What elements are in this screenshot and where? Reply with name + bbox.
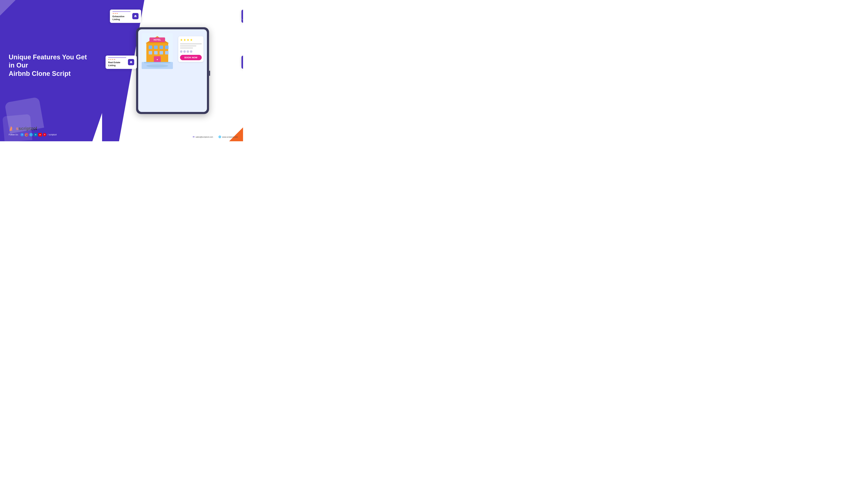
card-stars-4: ★ ★ ★ ★	[108, 59, 126, 60]
feature-card-real-estate: ★ ★ ★ ★ Real Estate Listing	[105, 55, 137, 69]
dot-3	[187, 50, 189, 53]
svg-rect-9	[154, 46, 158, 49]
card-divider-4	[108, 57, 126, 58]
info-line-1	[180, 43, 202, 44]
tablet-screen: HOTEL	[138, 29, 207, 112]
dots-row	[180, 50, 202, 53]
svg-rect-11	[165, 46, 168, 49]
star-3: ★	[112, 59, 114, 60]
left-section: Unique Features You Get in Our Airbnb Cl…	[0, 0, 102, 141]
tablet-button	[209, 71, 210, 76]
pinterest-icon[interactable]: P	[43, 133, 46, 136]
svg-text:HOTEL: HOTEL	[154, 39, 161, 41]
star-big-4: ★	[190, 38, 193, 42]
star-4: ★	[114, 59, 115, 60]
rating-stars: ★ ★ ★ ★	[180, 38, 202, 42]
card-label-exhaustive-listing: Exhaustive Listing	[113, 15, 131, 21]
youtube-icon[interactable]: ▶	[38, 133, 42, 136]
card-icon-real-estate	[128, 59, 134, 65]
star-big-3: ★	[187, 38, 189, 42]
social-handle: / scriptzol	[48, 134, 56, 136]
star-2: ★	[114, 12, 116, 14]
info-line-2	[180, 45, 196, 46]
linkedin-icon[interactable]: in	[34, 133, 37, 136]
star-1: ★	[108, 59, 110, 60]
book-now-button[interactable]: BOOK NOW	[180, 55, 202, 60]
tablet-device: HOTEL	[136, 27, 209, 114]
star-2: ★	[110, 59, 112, 60]
star-3: ★	[116, 12, 118, 14]
card-stars-2: ★ ★ ★	[113, 12, 131, 14]
info-line-3	[180, 48, 193, 49]
svg-rect-8	[149, 46, 152, 49]
svg-rect-14	[160, 51, 163, 54]
hotel-building: HOTEL	[142, 33, 177, 70]
card-label-real-estate: Real Estate Listing	[108, 61, 126, 67]
hotel-info-panel: ★ ★ ★ ★	[178, 36, 204, 62]
feature-card-admin-dashboard: ★ ★ ★ Admin Dashboard	[241, 10, 243, 20]
svg-rect-13	[154, 51, 158, 54]
card-divider-2	[113, 11, 131, 12]
svg-rect-10	[160, 46, 163, 49]
svg-rect-19	[144, 62, 170, 63]
svg-point-18	[146, 64, 168, 67]
feature-card-payment-management: ★ ★ ★ Payment Management	[241, 55, 243, 69]
card-content-real-estate: ★ ★ ★ ★ Real Estate Listing	[108, 57, 126, 67]
info-lines-group	[180, 43, 202, 49]
dot-4	[190, 50, 192, 53]
star-big-2: ★	[183, 38, 186, 42]
main-heading: Unique Features You Get in Our Airbnb Cl…	[9, 53, 93, 78]
tablet-content: HOTEL	[142, 33, 204, 108]
right-content: ★ ★ ★ Simple Login ★	[102, 0, 243, 141]
right-section: ★ ★ ★ Simple Login ★	[102, 0, 243, 141]
dot-2	[183, 50, 186, 53]
svg-rect-15	[165, 51, 168, 54]
feature-card-exhaustive-listing: ★ ★ ★ Exhaustive Listing	[110, 10, 141, 23]
svg-rect-12	[149, 51, 152, 54]
svg-point-17	[157, 59, 158, 60]
star-big-1: ★	[180, 38, 183, 42]
decorative-shape-2	[2, 114, 32, 141]
card-content-exhaustive-listing: ★ ★ ★ Exhaustive Listing	[113, 11, 131, 21]
dot-1	[180, 50, 183, 53]
card-icon-exhaustive-listing	[132, 13, 138, 19]
star-1: ★	[113, 12, 114, 14]
